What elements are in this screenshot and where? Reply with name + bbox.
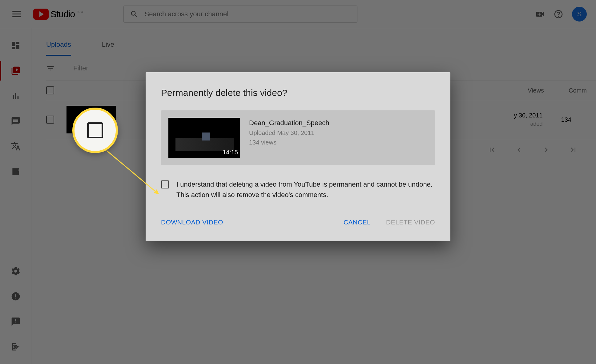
dialog-title: Permanently delete this video? [161, 88, 435, 98]
video-title: Dean_Graduation_Speech [249, 119, 329, 127]
delete-dialog: Permanently delete this video? 14:15 Dea… [146, 72, 450, 241]
confirm-text: I understand that deleting a video from … [176, 179, 435, 200]
highlighted-checkbox-icon [87, 122, 103, 138]
video-card: 14:15 Dean_Graduation_Speech Uploaded Ma… [161, 110, 435, 165]
video-uploaded: Uploaded May 30, 2011 [249, 129, 329, 136]
download-button[interactable]: DOWNLOAD VIDEO [161, 219, 223, 226]
dialog-video-thumbnail: 14:15 [168, 118, 240, 158]
delete-button[interactable]: DELETE VIDEO [386, 219, 435, 226]
confirm-checkbox[interactable] [161, 180, 169, 188]
modal-overlay: Permanently delete this video? 14:15 Dea… [0, 0, 596, 364]
dialog-actions: DOWNLOAD VIDEO CANCEL DELETE VIDEO [161, 219, 435, 226]
video-info: Dean_Graduation_Speech Uploaded May 30, … [249, 118, 329, 158]
highlight-annotation [72, 108, 118, 153]
video-views: 134 views [249, 139, 329, 146]
confirm-row: I understand that deleting a video from … [161, 179, 435, 200]
video-duration: 14:15 [223, 149, 238, 156]
cancel-button[interactable]: CANCEL [344, 219, 371, 226]
